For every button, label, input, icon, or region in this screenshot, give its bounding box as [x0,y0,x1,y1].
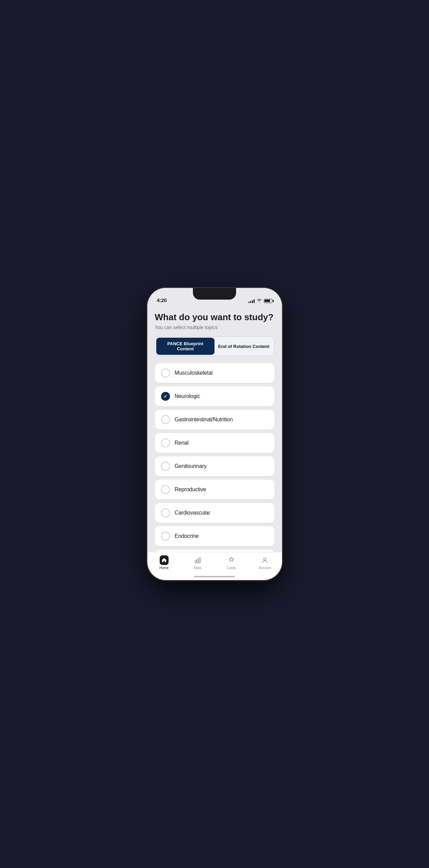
signal-bar-4 [254,299,255,303]
radio-musculoskeletal [161,369,170,377]
radio-cardiovascular [161,508,170,517]
topic-cardiovascular[interactable]: Cardiovascular [155,503,274,523]
phone-frame: 4:20 [147,288,282,580]
tab-eor[interactable]: End of Rotation Content [214,338,273,355]
page-subtitle: You can select multiple topics [155,325,274,330]
content-type-tabs: PANCE Blueprint Content End of Rotation … [155,336,274,356]
topics-list: Musculoskeletal ✓ Neurologic Gastrointes… [155,363,274,552]
notch [193,288,236,300]
topic-musculoskeletal[interactable]: Musculoskeletal [155,363,274,383]
radio-genitourinary [161,462,170,471]
signal-bar-3 [252,300,253,303]
tab-bar-home[interactable]: Home [147,556,181,570]
radio-renal [161,438,170,447]
wifi-icon [257,299,262,303]
checkmark-neurologic: ✓ [163,394,168,399]
signal-bar-1 [248,302,249,303]
topic-professional[interactable]: Professional Practice [155,550,274,552]
topic-neurologic[interactable]: ✓ Neurologic [155,386,274,406]
page-title: What do you want to study? [155,312,274,323]
status-bar: 4:20 [147,288,282,305]
tab-pance[interactable]: PANCE Blueprint Content [156,338,215,355]
home-icon [160,556,169,565]
status-icons [248,299,272,303]
topic-label-musculoskeletal: Musculoskeletal [175,370,213,376]
svg-rect-1 [197,559,198,563]
topic-label-endocrine: Endocrine [175,533,199,539]
account-icon [260,556,269,565]
radio-gastrointestinal [161,415,170,424]
topic-label-genitourinary: Genitourinary [175,463,207,469]
tab-bar-account-label: Account [259,566,271,570]
battery-icon [264,299,272,303]
tab-bar-account[interactable]: Account [248,556,282,570]
radio-endocrine [161,532,170,541]
topic-gastrointestinal[interactable]: Gastrointestinal/Nutrition [155,410,274,430]
signal-bars-icon [248,299,255,303]
topic-label-renal: Renal [175,440,189,446]
topic-label-neurologic: Neurologic [175,393,200,399]
radio-reproductive [161,485,170,494]
tab-bar-home-label: Home [159,566,169,570]
topic-reproductive[interactable]: Reproductive [155,480,274,499]
svg-point-3 [264,558,266,560]
tab-bar-cards[interactable]: Cards [214,556,248,570]
tab-bar-stats-label: Stats [194,566,201,570]
stats-icon [193,556,202,565]
status-time: 4:20 [157,297,167,303]
radio-neurologic: ✓ [161,392,170,401]
svg-rect-0 [195,560,196,563]
topic-label-gastrointestinal: Gastrointestinal/Nutrition [175,417,233,423]
phone-screen: 4:20 [147,288,282,580]
battery-fill [265,300,270,302]
content-area: What do you want to study? You can selec… [147,305,282,552]
home-indicator [194,576,235,577]
tab-bar-cards-label: Cards [227,566,236,570]
topic-label-cardiovascular: Cardiovascular [175,510,210,516]
topic-endocrine[interactable]: Endocrine [155,526,274,546]
topic-renal[interactable]: Renal [155,433,274,453]
topic-label-reproductive: Reproductive [175,486,206,493]
signal-bar-2 [250,301,251,303]
cards-icon [227,556,236,565]
tab-bar-stats[interactable]: Stats [181,556,214,570]
svg-rect-2 [199,558,200,563]
topic-genitourinary[interactable]: Genitourinary [155,456,274,476]
